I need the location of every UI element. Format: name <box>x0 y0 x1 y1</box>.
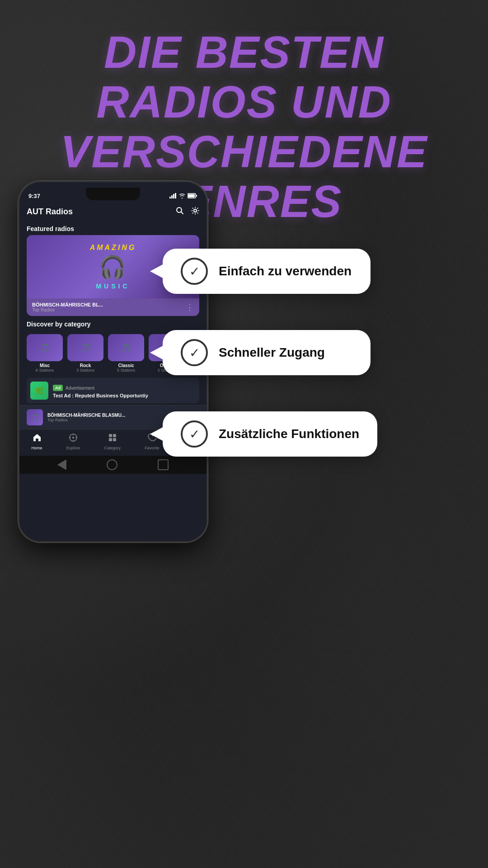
category-item-classic[interactable]: 🎵 Classic 5 Stations <box>108 334 144 373</box>
headline-line2: RADIOS UND <box>96 76 391 127</box>
status-icons <box>169 193 197 198</box>
app-header: AUT Radios <box>19 203 206 221</box>
nav-item-home[interactable]: Home <box>32 433 42 450</box>
check-icon-3: ✓ <box>181 420 208 448</box>
featured-radio-info: BÖHMISCH-MÄHRISCHE BL... Top Radios ⋮ <box>27 298 199 316</box>
check-icon-1: ✓ <box>181 258 208 285</box>
recents-button[interactable] <box>158 459 169 470</box>
player-info: BÖHMISCH-MÄHRISCHE BLASMU... Top Radios <box>47 413 164 422</box>
check-icon-2: ✓ <box>181 339 208 366</box>
home-button[interactable] <box>107 459 117 470</box>
category-thumb-classic: 🎵 <box>108 334 144 361</box>
headphone-icon: 🎧 <box>99 255 127 280</box>
search-icon[interactable] <box>176 207 184 217</box>
svg-rect-19 <box>113 438 116 441</box>
svg-rect-18 <box>109 438 112 441</box>
category-name-rock: Rock <box>67 363 103 368</box>
logo-amazing: AMAZING <box>90 244 136 252</box>
header-icons <box>176 207 199 217</box>
wifi-icon <box>179 193 185 198</box>
phone-notch <box>86 188 140 200</box>
svg-rect-1 <box>171 195 173 198</box>
featured-radio-name: BÖHMISCH-MÄHRISCHE BL... <box>32 302 103 307</box>
ad-tag: Ad <box>53 385 63 391</box>
svg-line-8 <box>181 212 183 214</box>
featured-section-title: Featured radios <box>19 221 206 235</box>
svg-rect-17 <box>113 434 116 437</box>
ad-thumbnail: 🌿 <box>30 382 48 400</box>
nav-label-favorite: Favorite <box>145 446 160 450</box>
category-name-misc: Misc <box>27 363 63 368</box>
svg-rect-3 <box>175 193 176 198</box>
category-thumb-misc: 🎵 <box>27 334 63 361</box>
headline-line3: VERSCHIEDENE <box>60 126 427 177</box>
category-item-misc[interactable]: 🎵 Misc 6 Stations <box>27 334 63 373</box>
player-thumbnail: 🎵 <box>27 409 43 425</box>
status-time: 9:37 <box>28 193 40 199</box>
more-options-icon[interactable]: ⋮ <box>186 302 194 312</box>
player-sub: Top Radios <box>47 418 164 422</box>
ad-label: Advertisement <box>66 386 94 391</box>
svg-point-9 <box>194 209 197 212</box>
featured-radio-sub: Top Radios <box>32 307 103 312</box>
category-icon <box>108 433 117 444</box>
ad-content: Ad Advertisement Test Ad : Reputed Busin… <box>53 383 148 398</box>
feature-text-1: Einfach zu verwenden <box>219 264 352 278</box>
ad-banner[interactable]: 🌿 Ad Advertisement Test Ad : Reputed Bus… <box>27 378 199 403</box>
feature-bubble-3: ✓ Zusätzliche Funktionen <box>163 411 377 457</box>
explore-icon <box>69 433 78 444</box>
ad-header-row: Ad Advertisement <box>53 383 148 393</box>
category-count-classic: 5 Stations <box>108 368 144 373</box>
category-count-rock: 3 Stations <box>67 368 103 373</box>
back-button[interactable] <box>57 459 66 470</box>
player-name: BÖHMISCH-MÄHRISCHE BLASMU... <box>47 413 164 418</box>
nav-item-explore[interactable]: Explore <box>66 433 80 450</box>
gesture-bar <box>19 456 206 474</box>
feature-text-3: Zusätzliche Funktionen <box>219 427 359 441</box>
svg-rect-6 <box>196 195 197 197</box>
settings-icon[interactable] <box>191 207 199 217</box>
nav-item-category[interactable]: Category <box>104 433 121 450</box>
battery-icon <box>188 193 197 198</box>
nav-label-explore: Explore <box>66 446 80 450</box>
feature-bubble-2: ✓ Schneller Zugang <box>163 330 371 375</box>
home-icon <box>33 433 42 444</box>
svg-rect-5 <box>188 194 195 198</box>
svg-point-11 <box>72 437 74 439</box>
featured-radio-details: BÖHMISCH-MÄHRISCHE BL... Top Radios <box>32 302 103 312</box>
svg-rect-0 <box>169 197 171 198</box>
svg-rect-16 <box>109 434 112 437</box>
feature-bubble-1: ✓ Einfach zu verwenden <box>163 249 371 294</box>
ad-title: Test Ad : Reputed Business Opportuntiy <box>53 393 148 398</box>
feature-text-2: Schneller Zugang <box>219 345 325 360</box>
nav-label-category: Category <box>104 446 121 450</box>
app-title: AUT Radios <box>27 207 73 217</box>
category-count-misc: 6 Stations <box>27 368 63 373</box>
category-thumb-rock: 🎵 <box>67 334 103 361</box>
signal-icon <box>169 193 177 198</box>
category-name-classic: Classic <box>108 363 144 368</box>
nav-label-home: Home <box>32 446 42 450</box>
category-section-title: Discover by category <box>19 316 206 330</box>
logo-music: MUSIC <box>96 283 130 290</box>
svg-rect-2 <box>173 194 174 198</box>
category-item-rock[interactable]: 🎵 Rock 3 Stations <box>67 334 103 373</box>
headline-line1: DIE BESTEN <box>104 27 384 77</box>
